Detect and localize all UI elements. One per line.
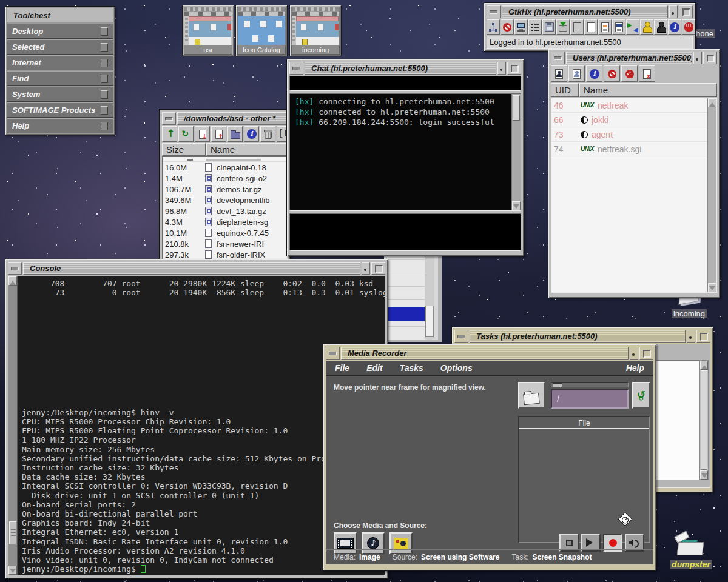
toolchest-titlebar[interactable]: Toolchest [7, 8, 113, 22]
minimize-button[interactable] [8, 262, 22, 275]
minimize-button[interactable] [162, 112, 176, 125]
restore-button[interactable] [630, 347, 638, 360]
chat-topic-field[interactable] [289, 76, 521, 91]
download-doc-button[interactable] [195, 126, 210, 142]
gtkhx-titlebar[interactable]: GtkHx (hl.preterhuman.net:5500) [502, 5, 668, 18]
refresh-button[interactable] [632, 382, 650, 409]
ban-x-button[interactable] [621, 65, 638, 82]
chat-titlebar[interactable]: Chat (hl.preterhuman.net:5500) [305, 62, 496, 75]
options-button[interactable] [528, 19, 542, 35]
scrollbar-thumb[interactable] [9, 521, 16, 544]
scroll-down-button[interactable] [8, 566, 17, 575]
toolchest-item-find[interactable]: Find [7, 71, 113, 86]
table-row[interactable]: 106.7Mdemos.tar.gz [163, 184, 287, 195]
minimize-button[interactable] [454, 330, 468, 343]
minimize-button[interactable] [289, 62, 303, 75]
user-info-button[interactable] [551, 65, 567, 82]
scroll-up-button[interactable] [700, 361, 708, 370]
desktop-icon-dumpster[interactable]: dumpster [664, 534, 718, 570]
menu-edit[interactable]: Edit [366, 363, 382, 373]
ban-button[interactable] [604, 65, 620, 82]
chat-message-area[interactable]: [hx] connecting to hl.preterhuman.net:55… [289, 93, 521, 211]
scrollbar-vertical[interactable] [707, 98, 716, 292]
table-row[interactable]: 73agent [551, 127, 716, 142]
user-black-button[interactable] [654, 19, 667, 35]
minimized-window-incoming[interactable]: incoming [289, 5, 342, 56]
table-row[interactable]: 4.3Mdieplaneten-sg [163, 216, 287, 227]
folder-button[interactable] [228, 126, 243, 142]
table-row[interactable]: 46UNIXnetfreak [551, 98, 716, 113]
column-header-name[interactable]: Name [206, 143, 288, 156]
info-button[interactable] [244, 126, 259, 142]
table-row[interactable]: 74UNIXnetfreak.sgi [551, 142, 716, 156]
scrollbar-vertical[interactable] [511, 94, 521, 210]
scrollbar-thumb[interactable] [513, 95, 520, 121]
recorder-file-list[interactable]: File [518, 416, 650, 543]
minimize-button[interactable] [487, 5, 500, 18]
maximize-button[interactable] [703, 52, 717, 64]
restore-button[interactable] [497, 62, 506, 75]
trash-button[interactable] [260, 126, 275, 142]
news-button[interactable] [598, 19, 612, 35]
new-document-button[interactable] [584, 19, 598, 35]
column-header-uid[interactable]: UID [551, 83, 579, 97]
info-button[interactable] [586, 65, 602, 82]
table-row[interactable]: 96.8Mdevf_13.tar.gz [163, 206, 287, 216]
path-scroll-slider[interactable] [551, 382, 629, 387]
toolchest-item-desktop[interactable]: Desktop [7, 24, 113, 39]
file-gray-button[interactable] [570, 19, 584, 35]
restore-button[interactable] [693, 52, 702, 64]
restore-button[interactable] [362, 262, 370, 275]
media-recorder-titlebar[interactable]: Media Recorder [341, 347, 629, 360]
restore-button[interactable] [669, 5, 678, 18]
user-message-button[interactable] [568, 65, 585, 82]
stop-hand-button[interactable] [682, 19, 695, 35]
toolchest-item-selected[interactable]: Selected [7, 39, 113, 55]
chat-arrows-button[interactable] [626, 19, 639, 35]
file-manager-titlebar[interactable]: /downloads/bsd - other * [177, 112, 288, 125]
column-header-size[interactable]: Size [162, 143, 206, 156]
table-row[interactable]: 66jokki [551, 113, 716, 127]
scroll-down-button[interactable] [512, 201, 521, 210]
table-row[interactable]: 1.4Mconfero-sgi-o2 [163, 173, 287, 184]
scroll-up-button[interactable] [708, 98, 716, 107]
connect-button[interactable] [487, 19, 500, 35]
toolchest-item-internet[interactable]: Internet [7, 55, 113, 70]
table-row[interactable]: 210.8kfsn-newer-IRI [163, 238, 287, 249]
table-row[interactable]: 16.0Mcinepaint-0.18 [163, 162, 287, 173]
list-rows[interactable] [384, 253, 425, 340]
minimize-button[interactable] [551, 52, 565, 64]
minimize-button[interactable] [326, 347, 340, 360]
scroll-down-button[interactable] [700, 470, 708, 480]
menu-file[interactable]: File [335, 363, 349, 373]
files-button[interactable] [556, 19, 570, 35]
refresh-button[interactable] [178, 126, 194, 142]
upload-doc-button[interactable] [211, 126, 226, 142]
user-list-button[interactable] [612, 19, 625, 35]
disk-button[interactable] [542, 19, 556, 35]
maximize-button[interactable] [371, 262, 385, 275]
disconnect-button[interactable] [500, 19, 514, 35]
toolchest-item-system[interactable]: System [7, 87, 113, 102]
column-header-name[interactable]: Name [579, 83, 717, 97]
chat-input-field[interactable] [289, 213, 521, 251]
minimized-window-usr[interactable]: usr [182, 5, 234, 56]
menu-tasks[interactable]: Tasks [400, 363, 423, 373]
desktop-icon-phone[interactable]: hone [694, 28, 715, 39]
path-field[interactable]: / [551, 389, 629, 409]
scrollbar-thumb[interactable] [701, 370, 707, 470]
maximize-button[interactable] [507, 62, 521, 75]
minimized-window-icon-catalog[interactable]: Icon Catalog [235, 5, 288, 56]
toolchest-item-softimage-products[interactable]: SOFTIMAGE Products [7, 102, 113, 118]
tracker-button[interactable] [514, 19, 528, 35]
scroll-up-button[interactable] [8, 276, 17, 286]
choose-folder-button[interactable] [518, 382, 545, 409]
selected-row[interactable] [384, 307, 425, 321]
scrollbar-thumb[interactable] [425, 306, 434, 337]
scrollbar-vertical[interactable] [699, 360, 709, 480]
tasks-titlebar[interactable]: Tasks (hl.preterhuman.net:5500) [470, 330, 686, 343]
table-row[interactable]: 349.6Mdevelopmentlib [163, 195, 287, 206]
maximize-button[interactable] [639, 347, 653, 360]
toolchest-item-help[interactable]: Help [7, 118, 113, 133]
menu-options[interactable]: Options [440, 363, 473, 373]
